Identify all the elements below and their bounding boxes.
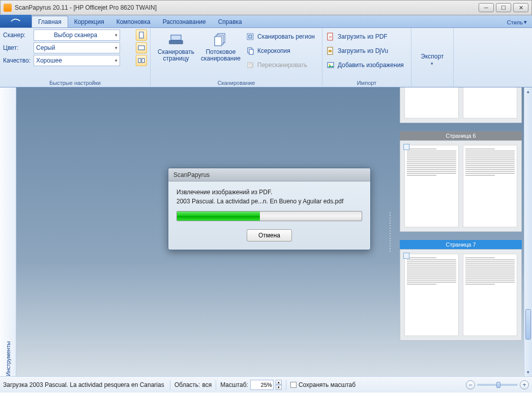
thumbnails-panel: Страница 6 Страница 7: [398, 87, 524, 376]
quality-value: Хорошее: [36, 57, 62, 64]
color-combo[interactable]: Серый ▾: [34, 42, 120, 53]
app-icon: [4, 4, 12, 12]
xerox-button[interactable]: Ксерокопия: [245, 44, 319, 58]
svg-rect-17: [329, 50, 332, 52]
tab-layout[interactable]: Компоновка: [110, 16, 157, 27]
zoom-spin-down[interactable]: ▾: [276, 385, 282, 390]
region-icon: [246, 33, 254, 41]
group-quick-settings: Сканер: Выбор сканера ▾ Цвет: Серый ▾ Ка…: [0, 28, 151, 87]
zoom-spin-up[interactable]: ▴: [276, 380, 282, 385]
rescan-label: Пересканировать: [257, 62, 307, 69]
close-button[interactable]: ✕: [513, 3, 528, 12]
thumbnail-item[interactable]: [400, 87, 522, 123]
status-loading-text: Загрузка 2003 Pascual. La actividad pesq…: [3, 381, 166, 388]
svg-rect-2: [138, 58, 141, 63]
copy-icon: [246, 47, 254, 55]
progress-fill: [177, 211, 260, 221]
thumb-checkbox[interactable]: [403, 144, 409, 150]
import-pdf-label: Загрузить из PDF: [338, 33, 388, 40]
svg-rect-10: [249, 35, 252, 38]
scanner-combo[interactable]: Выбор сканера ▾: [34, 29, 120, 41]
maximize-button[interactable]: ☐: [496, 3, 511, 12]
thumb-checkbox[interactable]: [403, 253, 409, 259]
zoom-label: Масштаб:: [220, 381, 248, 388]
save-zoom-checkbox[interactable]: [290, 382, 297, 388]
thumbnail-item[interactable]: Страница 7: [400, 240, 522, 341]
tab-ocr[interactable]: Распознавание: [157, 16, 212, 27]
export-label: Экспорт: [421, 53, 444, 60]
import-pdf-button[interactable]: P Загрузить из PDF: [326, 29, 408, 44]
ribbon-tabs: Главная Коррекция Компоновка Распознаван…: [0, 15, 532, 28]
page-landscape-icon: [138, 44, 145, 51]
page-portrait-icon: [138, 32, 145, 39]
rescan-icon: [246, 61, 254, 69]
scroll-grip[interactable]: [525, 309, 531, 340]
zoom-in-button[interactable]: +: [520, 380, 529, 389]
status-area: Область: вся: [174, 381, 212, 388]
djvu-icon: [327, 47, 335, 55]
scanner-icon: [168, 32, 184, 48]
svg-rect-5: [171, 35, 181, 40]
import-djvu-button[interactable]: Загрузить из DjVu: [326, 44, 408, 58]
xerox-label: Ксерокопия: [257, 47, 290, 54]
svg-rect-8: [215, 37, 222, 46]
zoom-slider[interactable]: [477, 384, 518, 386]
color-value: Серый: [36, 44, 55, 51]
scroll-track[interactable]: [524, 96, 532, 368]
tab-home[interactable]: Главная: [32, 16, 68, 27]
splitter[interactable]: [389, 87, 391, 376]
zoom-out-button[interactable]: −: [466, 380, 475, 389]
quality-label: Качество:: [3, 57, 31, 64]
cancel-button[interactable]: Отмена: [247, 229, 292, 241]
svg-text:P: P: [330, 36, 332, 39]
add-images-button[interactable]: Добавить изображения: [326, 58, 408, 72]
orientation-auto-button[interactable]: [136, 55, 147, 66]
tab-help[interactable]: Справка: [212, 16, 248, 27]
area-value: вся: [202, 381, 212, 388]
dialog-line2: 2003 Pascual. La actividad pe...n. En Bu…: [176, 198, 362, 205]
chevron-down-icon: ▾: [115, 45, 117, 50]
tab-correction[interactable]: Коррекция: [68, 16, 110, 27]
image-icon: [327, 61, 335, 69]
save-zoom-label: Сохранять масштаб: [299, 381, 356, 388]
dialog-line1: Извлечение изображений из PDF.: [176, 189, 362, 196]
page-split-icon: [138, 57, 145, 64]
progress-bar: [176, 211, 362, 221]
svg-rect-0: [139, 32, 143, 38]
chevron-down-icon: ▾: [115, 33, 117, 38]
scroll-down-button[interactable]: ▾: [524, 368, 532, 376]
svg-rect-4: [169, 40, 183, 44]
scan-page-label: Сканировать страницу: [154, 49, 198, 62]
tools-sidebar[interactable]: Инструменты: [0, 87, 16, 376]
thumbnail-item[interactable]: Страница 6: [400, 131, 522, 232]
statusbar: Загрузка 2003 Pascual. La actividad pesq…: [0, 376, 532, 392]
minimize-button[interactable]: ─: [479, 3, 494, 12]
scanner-label: Сканер:: [3, 32, 31, 39]
orientation-portrait-button[interactable]: [136, 29, 147, 41]
progress-dialog: ScanPapyrus Извлечение изображений из PD…: [168, 168, 371, 250]
scanner-value: Выбор сканера: [36, 32, 115, 39]
scan-page-button[interactable]: Сканировать страницу: [154, 29, 198, 72]
batch-scan-button[interactable]: Потоковое сканирование: [198, 29, 243, 72]
group-import: P Загрузить из PDF Загрузить из DjVu Доб…: [322, 28, 411, 87]
window-title: ScanPapyrus 20.11 - [HP Officejet Pro 86…: [15, 4, 479, 11]
quality-combo[interactable]: Хорошее ▾: [34, 55, 120, 66]
scan-region-button[interactable]: Сканировать регион: [245, 29, 319, 44]
add-images-label: Добавить изображения: [338, 62, 404, 69]
app-menu-button[interactable]: [0, 15, 32, 27]
style-dropdown[interactable]: Стиль ▾: [502, 17, 532, 27]
zoom-input[interactable]: [250, 380, 274, 390]
scan-region-label: Сканировать регион: [257, 33, 315, 40]
group-label-scanning: Сканирование: [154, 79, 319, 86]
app-menu-icon: [11, 18, 21, 25]
group-label-quick-settings: Быстрые настройки: [3, 79, 147, 86]
thumb-header: Страница 6: [400, 131, 522, 140]
svg-rect-3: [142, 58, 144, 63]
scroll-up-button[interactable]: ▴: [524, 87, 532, 96]
orientation-landscape-button[interactable]: [136, 42, 147, 53]
export-button[interactable]: Экспорт ▾: [415, 29, 450, 66]
ribbon-body: Сканер: Выбор сканера ▾ Цвет: Серый ▾ Ка…: [0, 28, 532, 87]
thumbnails-scrollbar[interactable]: ▴ ▾: [524, 87, 532, 376]
zoom-slider-knob[interactable]: [496, 382, 500, 388]
dialog-title: ScanPapyrus: [168, 168, 370, 182]
